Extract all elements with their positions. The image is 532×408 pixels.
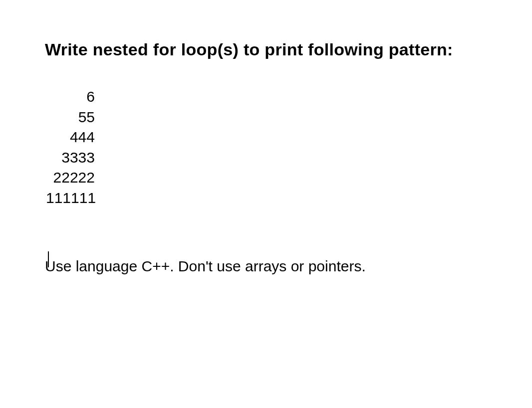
pattern-line: 55 <box>46 107 95 128</box>
pattern-line: 444 <box>46 127 95 148</box>
pattern-block: 6 55 444 3333 22222 111111 <box>46 87 487 208</box>
pattern-line: 6 <box>46 87 95 107</box>
text-cursor <box>48 251 49 267</box>
question-heading: Write nested for loop(s) to print follow… <box>45 40 487 59</box>
pattern-line: 22222 <box>46 168 95 188</box>
pattern-line: 3333 <box>46 148 95 168</box>
pattern-line: 111111 <box>46 188 95 208</box>
instruction-text: Use language C++. Don't use arrays or po… <box>45 258 487 275</box>
